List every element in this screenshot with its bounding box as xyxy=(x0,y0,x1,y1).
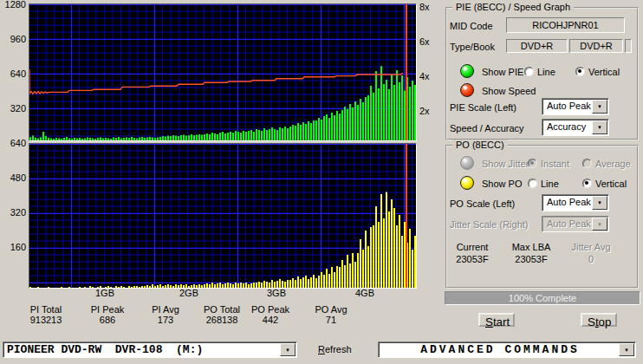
type-book-field-extra xyxy=(625,39,632,53)
current-value: 23053F xyxy=(456,254,488,264)
show-jitter-led-button xyxy=(460,156,474,170)
po-graph xyxy=(29,143,417,289)
show-speed-label: Show Speed xyxy=(482,86,536,96)
speed-ytick: 8x xyxy=(419,3,430,12)
x-axis-tick: 2GB xyxy=(179,289,198,298)
po-ytick: 320 xyxy=(1,208,26,218)
type-book-field-1: DVD+R xyxy=(506,39,568,53)
stat-pi-avg: PI Avg 173 xyxy=(152,304,179,325)
chevron-down-icon: ▼ xyxy=(592,218,607,231)
speed-ytick: 2x xyxy=(419,107,430,116)
stat-label: PI Total xyxy=(30,304,62,315)
commands-value: ADVANCED COMMANDS xyxy=(382,342,618,357)
stat-value: 268138 xyxy=(204,315,240,325)
po-plot xyxy=(29,144,416,288)
chevron-down-icon[interactable]: ▼ xyxy=(619,343,634,356)
show-pie-led-button[interactable] xyxy=(460,64,474,78)
jitter-scale-label: Jitter Scale (Right) xyxy=(450,219,528,230)
stat-pi-total: PI Total 913213 xyxy=(30,304,62,325)
po-ytick: 160 xyxy=(1,243,26,252)
stat-po-peak: PO Peak 442 xyxy=(251,304,289,325)
speed-ytick: 4x xyxy=(419,72,430,81)
stat-value: 913213 xyxy=(30,315,62,325)
disc-quality-scanner-window: 1280 960 640 320 640 480 320 160 8x 6x 4… xyxy=(0,0,643,364)
mid-code-label: MID Code xyxy=(450,21,493,31)
jitter-avg-value: 0 xyxy=(588,254,594,264)
stat-po-avg: PO Avg 71 xyxy=(315,304,347,325)
chevron-down-icon[interactable]: ▼ xyxy=(592,100,607,114)
show-po-label: Show PO xyxy=(482,179,522,189)
pie-ytick: 1280 xyxy=(1,0,26,10)
speed-accuracy-label: Speed / Accuracy xyxy=(450,123,524,133)
speed-ytick: 6x xyxy=(419,37,430,47)
pie-speed-plot xyxy=(29,4,416,140)
pie-speed-graph xyxy=(29,3,417,141)
pie-line-radio[interactable] xyxy=(524,67,534,76)
stat-label: PO Avg xyxy=(315,304,347,315)
pie-scale-dropdown[interactable]: Auto Peak ▼ xyxy=(542,98,609,115)
type-book-field-2: DVD+R xyxy=(569,39,623,53)
show-jitter-label: Show Jitter xyxy=(482,159,529,169)
jitter-avg-label: Jitter Avg xyxy=(571,242,610,252)
type-book-label: Type/Book xyxy=(450,42,495,52)
po-ytick: 480 xyxy=(1,173,26,183)
stat-pi-peak: PI Peak 686 xyxy=(91,304,125,325)
speed-accuracy-value: Accuracy xyxy=(547,120,593,135)
x-axis-tick: 3GB xyxy=(267,289,286,298)
scan-progress-bar: 100% Complete xyxy=(445,291,640,305)
jitter-instant-radio xyxy=(528,159,537,168)
max-lba-value: 23053F xyxy=(515,254,547,264)
po-scale-label: PO Scale (Left) xyxy=(450,198,515,209)
speed-accuracy-dropdown[interactable]: Accuracy ▼ xyxy=(542,119,609,136)
chevron-down-icon[interactable]: ▼ xyxy=(592,120,607,134)
jitter-scale-dropdown: Auto Peak ▼ xyxy=(542,216,609,232)
pie-ytick: 960 xyxy=(1,35,26,44)
pie-group-title: PIE (8ECC) / Speed Graph xyxy=(452,2,574,13)
jitter-average-label: Average xyxy=(595,159,631,169)
pie-vertical-radio[interactable] xyxy=(575,67,585,76)
max-lba-label: Max LBA xyxy=(512,242,551,252)
stat-value: 71 xyxy=(315,315,347,325)
show-pie-label: Show PIE xyxy=(482,67,523,77)
po-vertical-radio[interactable] xyxy=(582,179,592,188)
x-axis-tick: 1GB xyxy=(95,289,114,298)
jitter-scale-value: Auto Peak xyxy=(547,217,593,231)
pie-vertical-label: Vertical xyxy=(588,67,620,77)
po-line-label: Line xyxy=(541,179,559,189)
chevron-down-icon[interactable]: ▼ xyxy=(592,196,607,210)
pie-line-label: Line xyxy=(537,67,555,77)
stat-label: PI Peak xyxy=(91,304,125,315)
show-po-led-button[interactable] xyxy=(460,176,474,190)
po-scale-dropdown[interactable]: Auto Peak ▼ xyxy=(542,194,609,211)
po-group-title: PO (8ECC) xyxy=(452,140,508,151)
stat-value: 442 xyxy=(251,315,289,325)
pie-ytick: 640 xyxy=(1,69,26,79)
commands-dropdown[interactable]: ADVANCED COMMANDS ▼ xyxy=(378,341,636,358)
po-ytick: 640 xyxy=(1,139,26,148)
stat-value: 686 xyxy=(91,315,125,325)
pie-scale-label: PIE Scale (Left) xyxy=(450,102,516,113)
mid-code-field: RICOHJPNR01 xyxy=(506,17,625,33)
refresh-label[interactable]: Refresh xyxy=(318,344,352,354)
start-button[interactable]: Start xyxy=(478,313,515,327)
drive-selector-dropdown[interactable]: PIONEER DVD-RW DVR-108 (M:) ▼ xyxy=(3,341,297,358)
jitter-average-radio xyxy=(582,159,592,168)
stat-value: 173 xyxy=(152,315,179,325)
po-vertical-label: Vertical xyxy=(595,179,627,189)
pie-scale-value: Auto Peak xyxy=(547,99,593,114)
x-axis-tick: 4GB xyxy=(355,289,374,298)
pie-ytick: 320 xyxy=(1,104,26,114)
stat-po-total: PO Total 268138 xyxy=(204,304,240,325)
current-label: Current xyxy=(457,242,489,252)
drive-selector-value: PIONEER DVD-RW DVR-108 (M:) xyxy=(7,342,279,357)
stat-label: PO Total xyxy=(204,304,240,315)
stat-label: PO Peak xyxy=(251,304,289,315)
po-scale-value: Auto Peak xyxy=(547,195,593,211)
chevron-down-icon[interactable]: ▼ xyxy=(280,343,296,356)
stat-label: PI Avg xyxy=(152,304,179,315)
show-speed-led-button[interactable] xyxy=(460,83,474,97)
po-line-radio[interactable] xyxy=(528,179,537,188)
jitter-instant-label: Instant xyxy=(541,159,569,169)
stop-button[interactable]: Stop xyxy=(581,313,617,327)
